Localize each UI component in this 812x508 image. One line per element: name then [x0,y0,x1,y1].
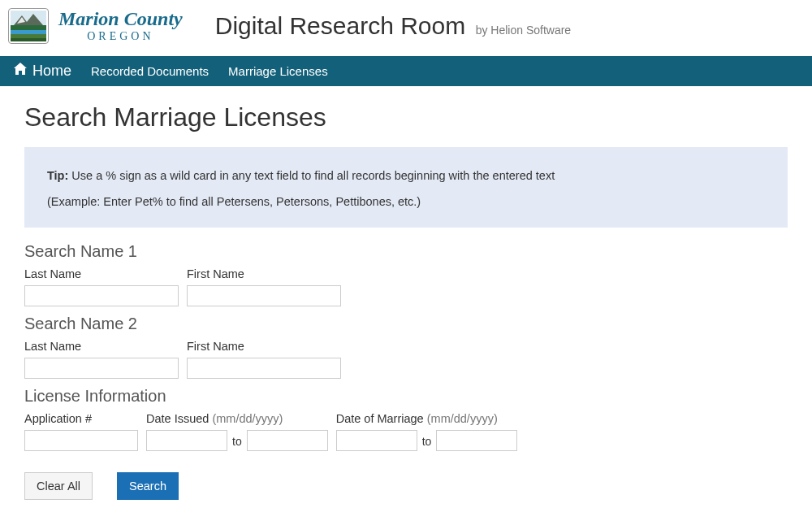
date-issued-from-input[interactable] [146,430,227,451]
svg-rect-3 [11,25,46,30]
application-num-input[interactable] [24,430,138,451]
date-issued-range: to [146,430,328,451]
nav-home-label: Home [32,63,71,80]
name-2-row: Last Name First Name [24,340,788,379]
navbar: Home Recorded Documents Marriage License… [0,56,812,86]
date-issued-label: Date Issued (mm/dd/yyyy) [146,412,328,425]
tip-line-1: Tip: Use a % sign as a wild card in any … [47,167,765,185]
date-issued-to-input[interactable] [247,430,328,451]
nav-home[interactable]: Home [8,56,81,86]
tip-text: Use a % sign as a wild card in any text … [71,169,555,182]
county-name: Marion County [58,9,183,29]
name-2-first-group: First Name [187,340,341,379]
button-row: Clear All Search [24,472,788,500]
name-1-first-label: First Name [187,267,341,280]
app-title: Digital Research Room [215,12,465,39]
home-icon [13,63,28,80]
date-issued-hint: (mm/dd/yyyy) [212,412,283,425]
application-num-label: Application # [24,412,138,425]
name-1-last-label: Last Name [24,267,179,280]
svg-rect-6 [11,38,46,41]
svg-rect-5 [11,34,46,38]
date-marriage-label-text: Date of Marriage [336,412,424,425]
name-2-last-input[interactable] [24,358,179,379]
name-1-first-group: First Name [187,267,341,306]
date-marriage-to-sep: to [417,435,437,451]
section-license: License Information [24,387,788,406]
date-issued-to-sep: to [227,435,247,451]
county-text-block: Marion County OREGON [58,9,183,43]
name-1-first-input[interactable] [187,285,341,306]
name-1-last-group: Last Name [24,267,179,306]
tip-example: (Example: Enter Pet% to find all Peterse… [47,195,765,208]
application-num-group: Application # [24,412,138,451]
search-button[interactable]: Search [117,472,179,500]
county-state: OREGON [58,31,183,43]
date-marriage-hint: (mm/dd/yyyy) [427,412,498,425]
tip-label: Tip: [47,169,68,182]
date-issued-group: Date Issued (mm/dd/yyyy) to [146,412,328,451]
nav-recorded-documents[interactable]: Recorded Documents [81,56,218,86]
date-marriage-group: Date of Marriage (mm/dd/yyyy) to [336,412,518,451]
svg-rect-4 [11,30,46,34]
date-issued-label-text: Date Issued [146,412,209,425]
clear-all-button[interactable]: Clear All [24,472,93,500]
app-byline: by Helion Software [476,24,572,37]
county-logo [8,8,49,44]
page-title: Search Marriage Licenses [24,102,788,132]
date-marriage-to-input[interactable] [436,430,517,451]
nav-recorded-documents-label: Recorded Documents [91,64,209,78]
tip-box: Tip: Use a % sign as a wild card in any … [24,147,788,228]
name-2-last-label: Last Name [24,340,179,353]
date-marriage-from-input[interactable] [336,430,417,451]
section-name-1: Search Name 1 [24,242,788,261]
nav-marriage-licenses[interactable]: Marriage Licenses [218,56,338,86]
name-2-first-input[interactable] [187,358,341,379]
nav-marriage-licenses-label: Marriage Licenses [228,64,328,78]
name-1-last-input[interactable] [24,285,179,306]
section-name-2: Search Name 2 [24,315,788,333]
license-row: Application # Date Issued (mm/dd/yyyy) t… [24,412,788,451]
date-marriage-label: Date of Marriage (mm/dd/yyyy) [336,412,518,425]
header: Marion County OREGON Digital Research Ro… [0,0,812,56]
name-1-row: Last Name First Name [24,267,788,306]
date-marriage-range: to [336,430,518,451]
main-content: Search Marriage Licenses Tip: Use a % si… [0,86,812,508]
name-2-last-group: Last Name [24,340,179,379]
app-title-block: Digital Research Room by Helion Software [215,12,571,40]
landscape-logo-icon [11,11,46,41]
name-2-first-label: First Name [187,340,341,353]
